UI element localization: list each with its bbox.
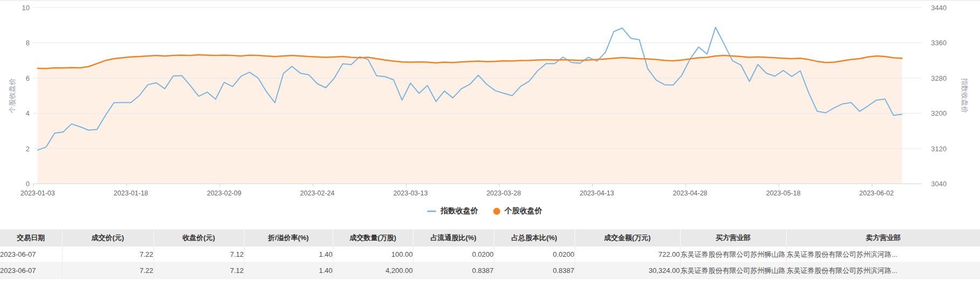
cell-float-ratio: 0.0200 (413, 247, 494, 263)
circle-series-marker-icon (493, 208, 500, 215)
svg-text:2023-03-13: 2023-03-13 (393, 189, 428, 197)
svg-text:个股收盘价: 个股收盘价 (8, 78, 16, 113)
cell-seller-branch: 东吴证券股份有限公司苏州滨河路... (786, 263, 980, 279)
svg-text:2023-06-02: 2023-06-02 (859, 189, 894, 197)
column-header-amount: 成交金额(万元) (575, 229, 680, 247)
cell-buyer-branch: 东吴证券股份有限公司苏州狮山路... (680, 247, 786, 263)
svg-text:2023-02-09: 2023-02-09 (207, 189, 241, 197)
cell-premium-rate: 1.40 (244, 247, 333, 263)
block-trade-table: 交易日期 成交价(元) 收盘价(元) 折/溢价率(%) 成交数量(万股) 占流通… (0, 229, 980, 279)
svg-text:10: 10 (22, 4, 30, 12)
column-header-seller-branch: 卖方营业部 (786, 229, 980, 247)
cell-seller-branch: 东吴证券股份有限公司苏州滨河路... (786, 247, 980, 263)
cell-total-ratio: 0.0200 (494, 247, 575, 263)
svg-text:6: 6 (26, 74, 30, 82)
column-header-total-ratio: 占总股本比(%) (494, 229, 575, 247)
legend-item-stock-close[interactable]: 个股收盘价 (493, 206, 542, 216)
cell-trade-date: 2023-06-07 (0, 247, 62, 263)
line-series-marker-icon (427, 210, 436, 212)
table-row: 2023-06-07 7.22 7.12 1.40 4,200.00 0.838… (0, 263, 980, 279)
cell-volume: 4,200.00 (333, 263, 413, 279)
svg-text:3280: 3280 (931, 74, 947, 82)
svg-text:2023-03-28: 2023-03-28 (486, 189, 521, 197)
cell-trade-date: 2023-06-07 (0, 263, 62, 279)
svg-text:3440: 3440 (931, 4, 947, 12)
cell-amount: 722.00 (575, 247, 680, 263)
svg-text:2023-04-13: 2023-04-13 (580, 189, 614, 197)
svg-text:2023-01-03: 2023-01-03 (20, 189, 55, 197)
cell-float-ratio: 0.8387 (413, 263, 494, 279)
svg-text:8: 8 (26, 39, 30, 47)
cell-premium-rate: 1.40 (244, 263, 333, 279)
legend-label: 个股收盘价 (505, 206, 542, 216)
column-header-float-ratio: 占流通股比(%) (413, 229, 494, 247)
svg-text:指数收盘价: 指数收盘价 (961, 78, 969, 113)
cell-close-price: 7.12 (153, 263, 244, 279)
svg-text:2: 2 (26, 145, 30, 153)
column-header-trade-date: 交易日期 (0, 229, 62, 247)
svg-text:3040: 3040 (931, 180, 947, 188)
svg-text:4: 4 (26, 109, 30, 117)
cell-amount: 30,324.00 (575, 263, 680, 279)
svg-text:0: 0 (26, 180, 30, 188)
block-trade-page: 2023-01-032023-01-182023-02-092023-02-24… (0, 0, 980, 281)
cell-deal-price: 7.22 (62, 263, 153, 279)
svg-text:2023-04-28: 2023-04-28 (673, 189, 708, 197)
svg-text:2023-02-24: 2023-02-24 (300, 189, 334, 197)
cell-volume: 100.00 (333, 247, 413, 263)
svg-text:2023-01-18: 2023-01-18 (114, 189, 148, 197)
cell-deal-price: 7.22 (62, 247, 153, 263)
column-header-close-price: 收盘价(元) (153, 229, 244, 247)
column-header-buyer-branch: 买方营业部 (680, 229, 786, 247)
legend-label: 指数收盘价 (440, 206, 478, 216)
table-header-row: 交易日期 成交价(元) 收盘价(元) 折/溢价率(%) 成交数量(万股) 占流通… (0, 229, 980, 247)
legend-item-index-close[interactable]: 指数收盘价 (427, 206, 478, 216)
price-index-chart[interactable]: 2023-01-032023-01-182023-02-092023-02-24… (0, 0, 980, 202)
svg-text:3120: 3120 (931, 145, 947, 153)
chart-legend: 指数收盘价 个股收盘价 (427, 206, 542, 216)
cell-total-ratio: 0.8387 (494, 263, 575, 279)
column-header-deal-price: 成交价(元) (62, 229, 153, 247)
svg-text:3360: 3360 (931, 39, 947, 47)
cell-buyer-branch: 东吴证券股份有限公司苏州狮山路... (680, 263, 786, 279)
column-header-volume: 成交数量(万股) (333, 229, 413, 247)
table-row: 2023-06-07 7.22 7.12 1.40 100.00 0.0200 … (0, 247, 980, 263)
svg-text:3200: 3200 (931, 109, 947, 117)
column-header-premium-rate: 折/溢价率(%) (244, 229, 333, 247)
svg-text:2023-05-18: 2023-05-18 (766, 189, 801, 197)
cell-close-price: 7.12 (153, 247, 244, 263)
